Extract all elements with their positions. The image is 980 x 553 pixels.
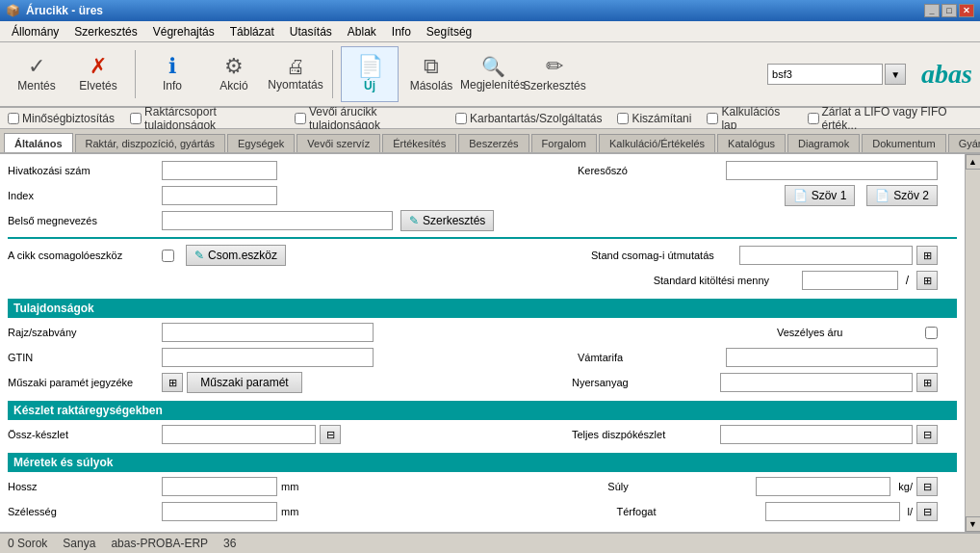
tab-diagramok[interactable]: Diagramok xyxy=(787,134,860,152)
cb-karbantartas-label: Karbantartás/Szolgáltatás xyxy=(470,112,602,125)
tab-beszerzes[interactable]: Beszerzés xyxy=(458,134,529,152)
status-user: Sanya xyxy=(63,537,95,550)
szov1-icon: 📄 xyxy=(793,189,808,202)
index-input[interactable] xyxy=(162,186,277,205)
szov2-button[interactable]: 📄 Szöv 2 xyxy=(866,185,938,206)
rajz-input[interactable] xyxy=(162,323,374,342)
suly-icon-btn[interactable]: ⊟ xyxy=(916,477,938,496)
szelesseg-input[interactable] xyxy=(162,502,277,521)
menu-segitseg[interactable]: Segítség xyxy=(419,23,479,40)
search-input[interactable] xyxy=(767,64,883,85)
status-number: 36 xyxy=(223,537,236,550)
action-button[interactable]: ⚙ Akció xyxy=(205,46,263,102)
view-button[interactable]: 🔍 Megjelenítés xyxy=(464,46,522,102)
search-dropdown-btn[interactable]: ▼ xyxy=(885,64,906,85)
tab-forgalom[interactable]: Forgalom xyxy=(531,134,597,152)
cb-minosseg: Minőségbiztosítás xyxy=(8,112,115,125)
edit-button[interactable]: ✏ Szerkesztés xyxy=(526,46,583,102)
scroll-track[interactable] xyxy=(966,170,980,516)
teljes-input[interactable] xyxy=(720,425,913,444)
cb-kalkulacios-input[interactable] xyxy=(707,113,718,124)
cb-vevoi-label: Vevői árucikk tulajdonságok xyxy=(309,105,440,132)
muszaki-icon-btn[interactable]: ⊞ xyxy=(162,373,183,392)
menu-szerkesztes[interactable]: Szerkesztés xyxy=(66,23,144,40)
hossz-input[interactable] xyxy=(162,477,277,496)
menu-info[interactable]: Info xyxy=(384,23,419,40)
row-muszaki: Műszaki paramét jegyzéke ⊞ Műszaki param… xyxy=(8,372,957,393)
szov1-button[interactable]: 📄 Szöv 1 xyxy=(785,185,856,206)
muszaki-param-button[interactable]: Műszaki paramét xyxy=(187,372,302,393)
menu-utasitas[interactable]: Utasítás xyxy=(282,23,340,40)
menu-allomany[interactable]: Állomány xyxy=(4,23,66,40)
new-button[interactable]: 📄 Új xyxy=(341,46,399,102)
teljes-icon-btn[interactable]: ⊟ xyxy=(916,425,938,444)
separator-1 xyxy=(8,237,957,239)
cb-karbantartas-input[interactable] xyxy=(455,113,467,124)
csom-eszkoz-button[interactable]: ✎ Csom.eszköz xyxy=(186,245,286,266)
cb-zarlat-label: Zárlat a LIFO vagy FIFO érték... xyxy=(822,105,972,132)
info-button[interactable]: ℹ Info xyxy=(143,46,201,102)
cb-zarlat-input[interactable] xyxy=(808,113,819,124)
cb-vevoi-input[interactable] xyxy=(295,113,306,124)
stand-input[interactable] xyxy=(739,246,913,265)
tab-raktar[interactable]: Raktár, diszpozíció, gyártás xyxy=(75,134,226,152)
tab-ertekesites[interactable]: Értékesítés xyxy=(382,134,456,152)
cb-kiszamitani-label: Kiszámítani xyxy=(632,112,691,125)
tab-dokumentum[interactable]: Dokumentum xyxy=(862,134,945,152)
cb-raktarcsoport-input[interactable] xyxy=(130,113,142,124)
hivatkozasi-input[interactable] xyxy=(162,161,277,180)
section-meretek: Méretek és súlyok xyxy=(8,453,957,472)
tab-katalogus[interactable]: Katalógus xyxy=(717,134,786,152)
gtin-input[interactable] xyxy=(162,348,374,367)
row-hossz: Hossz mm Súly kg/ ⊟ xyxy=(8,476,957,497)
tab-kalkulacios[interactable]: Kalkuláció/Értékelés xyxy=(599,134,715,152)
cb-kiszamitani-input[interactable] xyxy=(617,113,629,124)
standard-btn-icon[interactable]: ⊞ xyxy=(916,271,938,290)
close-button[interactable]: ✕ xyxy=(959,4,974,17)
ossz-icon-btn[interactable]: ⊟ xyxy=(320,425,341,444)
terfogat-icon-btn[interactable]: ⊟ xyxy=(916,502,938,521)
menu-vegrehajtás[interactable]: Végrehajtás xyxy=(145,23,222,40)
row-index: Index 📄 Szöv 1 📄 Szöv 2 xyxy=(8,185,957,206)
cb-raktarcsoport-label: Raktárcsoport tulajdonságok xyxy=(144,105,279,132)
keresoSzo-label: Keresőszó xyxy=(578,165,722,176)
standard-input1[interactable] xyxy=(802,271,898,290)
cb-minosseg-input[interactable] xyxy=(8,113,19,124)
section-tulajdonsagok: Tulajdonságok xyxy=(8,299,957,318)
maximize-button[interactable]: □ xyxy=(941,4,957,17)
ossz-input[interactable] xyxy=(162,425,316,444)
menu-ablak[interactable]: Ablak xyxy=(340,23,384,40)
save-button[interactable]: ✓ Mentés xyxy=(8,46,65,102)
vamtarifa-input[interactable] xyxy=(726,348,938,367)
tab-gyartasi[interactable]: Gyártási lista xyxy=(948,134,980,152)
copy-button[interactable]: ⧉ Másolás xyxy=(402,46,460,102)
scroll-down-btn[interactable]: ▼ xyxy=(966,516,981,532)
belso-input[interactable] xyxy=(162,211,393,230)
menu-tablazat[interactable]: Táblázat xyxy=(222,23,282,40)
belso-label: Belső megnevezés xyxy=(8,215,162,226)
copy-label: Másolás xyxy=(410,79,453,92)
veszelyes-checkbox[interactable] xyxy=(925,327,938,339)
keresoSzo-input[interactable] xyxy=(726,161,938,180)
checkbox-bar: Minőségbiztosítás Raktárcsoport tulajdon… xyxy=(0,108,980,129)
nyersanyag-icon-btn[interactable]: ⊞ xyxy=(916,373,938,392)
terfogat-input[interactable] xyxy=(765,502,900,521)
stand-btn-icon[interactable]: ⊞ xyxy=(916,246,938,265)
toolbar-sep-2 xyxy=(332,50,333,98)
szerkesztes-button[interactable]: ✎ Szerkesztés xyxy=(400,210,494,231)
print-button[interactable]: 🖨 Nyomtatás xyxy=(267,46,324,102)
teljes-group: Teljes diszpókészlet ⊟ xyxy=(572,425,957,444)
nyersanyag-input[interactable] xyxy=(720,373,913,392)
hossz-label: Hossz xyxy=(8,481,162,492)
cikk-csomag-checkbox[interactable] xyxy=(162,250,174,262)
minimize-button[interactable]: _ xyxy=(924,4,940,17)
tab-egysegek[interactable]: Egységek xyxy=(227,134,295,152)
vertical-scrollbar[interactable]: ▲ ▼ xyxy=(965,154,980,532)
tab-vevoi[interactable]: Vevői szervíz xyxy=(297,134,380,152)
scroll-up-btn[interactable]: ▲ xyxy=(966,154,981,170)
edit-label: Szerkesztés xyxy=(523,79,585,92)
cancel-button[interactable]: ✗ Elvetés xyxy=(69,46,127,102)
title-bar: 📦 Árucikk - üres _ □ ✕ xyxy=(0,0,980,21)
suly-input[interactable] xyxy=(756,477,890,496)
tab-altalanos[interactable]: Általános xyxy=(4,133,73,152)
